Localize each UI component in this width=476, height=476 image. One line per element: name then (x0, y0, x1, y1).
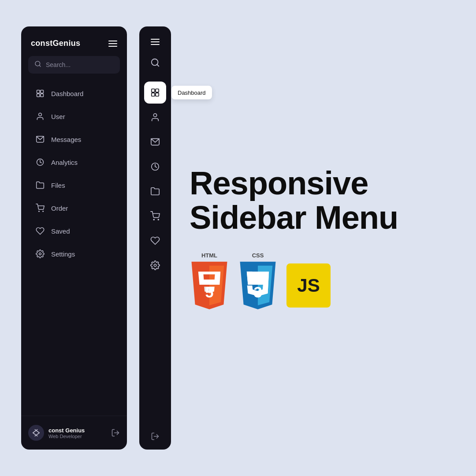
user-role: Web Developer (48, 434, 85, 439)
svg-rect-2 (37, 90, 40, 93)
main-heading: Responsive Sidebar Menu (190, 166, 454, 234)
user-info: const Genius Web Developer (28, 425, 85, 441)
sidebar-expanded: constGenius Search... Dash (21, 26, 127, 450)
sidebar-item-label-dashboard: Dashboard (51, 90, 83, 97)
svg-rect-4 (37, 94, 40, 97)
analytics-icon (35, 157, 45, 167)
collapsed-search-button[interactable] (145, 53, 165, 72)
svg-rect-5 (41, 94, 44, 97)
sidebar-item-label-settings: Settings (51, 250, 75, 258)
svg-rect-18 (156, 93, 159, 96)
svg-rect-3 (41, 90, 44, 93)
svg-rect-15 (152, 89, 155, 92)
css3-badge: CSS 3 (238, 252, 278, 310)
svg-line-1 (39, 65, 41, 67)
collapsed-footer[interactable] (139, 423, 171, 450)
user-text: const Genius Web Developer (48, 427, 85, 439)
css3-shield-icon: 3 (238, 261, 278, 310)
dashboard-tooltip: Dashboard (171, 86, 212, 100)
heading-line1: Responsive (190, 165, 368, 201)
sidebar-item-user[interactable]: User (26, 105, 123, 127)
messages-icon (35, 134, 45, 144)
sidebar-collapsed: Dashboard (139, 26, 171, 450)
sidebar-item-analytics[interactable]: Analytics (26, 151, 123, 173)
sidebar-footer: const Genius Web Developer (21, 416, 127, 450)
sidebar-item-label-order: Order (51, 205, 68, 212)
sidebar-item-label-analytics: Analytics (51, 159, 78, 166)
collapsed-item-dashboard[interactable]: Dashboard (144, 82, 166, 104)
svg-rect-16 (156, 89, 159, 92)
heading-line2: Sidebar Menu (190, 199, 398, 236)
search-icon (34, 60, 41, 69)
search-placeholder: Search... (46, 61, 71, 68)
saved-icon (35, 226, 45, 236)
avatar (28, 425, 44, 441)
sidebar-item-label-user: User (51, 113, 65, 120)
files-icon (35, 180, 45, 190)
svg-point-23 (158, 219, 159, 220)
collapsed-item-messages[interactable] (144, 131, 166, 153)
svg-line-14 (157, 64, 159, 66)
collapsed-item-user[interactable] (144, 106, 166, 128)
user-name: const Genius (48, 427, 85, 434)
brand-logo: constGenius (31, 39, 80, 48)
tech-badges: HTML 5 CSS (190, 252, 454, 310)
svg-point-22 (153, 219, 154, 220)
page-container: constGenius Search... Dash (0, 0, 476, 476)
sidebar-header: constGenius (21, 26, 127, 56)
sidebar-item-dashboard[interactable]: Dashboard (26, 82, 123, 104)
logout-button[interactable] (111, 428, 120, 437)
hamburger-button[interactable] (108, 41, 117, 47)
sidebar-item-order[interactable]: Order (26, 197, 123, 219)
svg-point-11 (39, 253, 41, 255)
js-badge-wrapper: JS JS (286, 254, 331, 308)
collapsed-item-analytics[interactable] (144, 156, 166, 178)
html5-badge: HTML 5 (190, 252, 229, 310)
svg-text:5: 5 (205, 284, 213, 301)
dashboard-icon (35, 89, 45, 98)
user-icon (35, 112, 45, 121)
sidebar-item-label-files: Files (51, 182, 65, 189)
svg-point-19 (153, 114, 156, 117)
js-badge: JS (286, 264, 331, 308)
js-text: JS (297, 275, 320, 296)
order-icon (35, 203, 45, 213)
nav-list: Dashboard User Messages An (21, 77, 127, 416)
svg-rect-17 (152, 93, 155, 96)
svg-point-9 (39, 211, 40, 212)
collapsed-item-saved[interactable] (144, 230, 166, 252)
settings-icon (35, 249, 45, 259)
sidebar-item-messages[interactable]: Messages (26, 128, 123, 150)
sidebar-item-label-messages: Messages (51, 136, 81, 143)
collapsed-hamburger-button[interactable] (151, 39, 160, 45)
collapsed-header (139, 26, 171, 53)
collapsed-nav-list: Dashboard (139, 76, 171, 423)
search-bar[interactable]: Search... (28, 56, 120, 74)
content-area: Responsive Sidebar Menu HTML 5 (190, 166, 454, 310)
collapsed-item-settings[interactable] (144, 254, 166, 276)
sidebar-item-saved[interactable]: Saved (26, 220, 123, 242)
svg-point-24 (154, 264, 156, 267)
collapsed-item-order[interactable] (144, 205, 166, 227)
sidebar-item-settings[interactable]: Settings (26, 243, 123, 265)
html5-label: HTML (201, 252, 217, 259)
collapsed-item-files[interactable] (144, 180, 166, 202)
svg-point-10 (43, 211, 44, 212)
html5-shield-icon: 5 (190, 261, 229, 310)
css3-label: CSS (252, 252, 264, 259)
sidebar-item-label-saved: Saved (51, 227, 70, 235)
svg-point-6 (39, 113, 42, 116)
sidebar-item-files[interactable]: Files (26, 174, 123, 196)
